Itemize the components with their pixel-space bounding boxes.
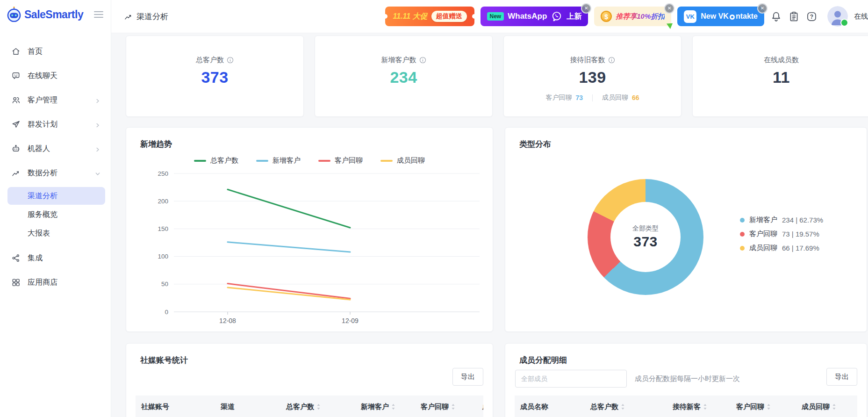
stat-value: 11: [773, 68, 790, 86]
chevron-down-icon: [95, 170, 100, 176]
legend-label: 成员回聊: [397, 156, 425, 165]
legend-item[interactable]: 总客户数: [194, 156, 238, 165]
trend-chart-icon: [124, 12, 133, 21]
vk-prefix: New VK: [701, 12, 729, 21]
chevron-right-icon: [95, 97, 100, 103]
sidebar-item-7[interactable]: 集成: [0, 246, 111, 270]
sidebar-item-label: 首页: [28, 47, 100, 57]
info-icon[interactable]: [227, 57, 234, 64]
promo-banner-discount[interactable]: $ 推荐享10%折扣 ✕: [594, 7, 671, 26]
sidebar-item-1[interactable]: 首页: [0, 39, 111, 64]
sidebar-item-4[interactable]: 群发计划: [0, 112, 111, 137]
logo-text: SaleSmartly: [24, 8, 92, 21]
sidebar-subitem-selected[interactable]: 渠道分析: [7, 187, 105, 205]
type-distribution-title: 类型分布: [519, 139, 853, 150]
column-header[interactable]: 总客户数: [286, 403, 361, 411]
member-filter-input[interactable]: [515, 370, 627, 388]
legend-label: 总客户数: [210, 156, 238, 165]
sidebar-subitem[interactable]: 服务概览: [7, 206, 105, 223]
trend-series-2: [228, 242, 350, 252]
sort-icon[interactable]: [767, 403, 771, 410]
member-table-header: 成员名称总客户数接待新客客户回聊成员回聊: [515, 395, 857, 417]
donut-center-value: 373: [633, 234, 658, 250]
sidebar-item-2[interactable]: 在线聊天: [0, 64, 111, 88]
column-label: 成员回聊: [482, 403, 483, 411]
sidebar-item-6[interactable]: 数据分析: [0, 161, 111, 185]
column-header[interactable]: 客户回聊: [736, 403, 802, 411]
export-button[interactable]: 导出: [826, 368, 857, 386]
notifications-bell-icon[interactable]: [770, 11, 782, 22]
sidebar-item-5[interactable]: 机器人: [0, 137, 111, 161]
legend-item[interactable]: 客户回聊: [318, 156, 363, 165]
sidebar-subitem[interactable]: 大报表: [7, 224, 105, 242]
promo-banner-vkontakte[interactable]: VK New VK ntakte ✕: [677, 7, 764, 26]
arrow-decoration: [667, 21, 674, 29]
column-label: 总客户数: [590, 403, 618, 411]
online-status-label: 在线: [854, 12, 868, 21]
close-icon[interactable]: ✕: [757, 3, 768, 14]
column-header[interactable]: 新增客户: [361, 403, 421, 411]
legend-label: 客户回聊: [335, 156, 363, 165]
close-icon[interactable]: ✕: [664, 3, 674, 14]
trend-chart-legend: 总客户数新增客户客户回聊成员回聊: [140, 156, 479, 165]
trend-line-chart: 25020015010050012-0812-09: [140, 168, 479, 329]
legend-label: 新增客户: [273, 156, 301, 165]
column-header[interactable]: 总客户数: [590, 403, 673, 411]
stat-sub-value: 73: [575, 94, 583, 101]
promo-banner-1111-sale[interactable]: 11.11 大促 超值赠送: [385, 7, 474, 26]
stat-sub-value: 66: [632, 94, 639, 101]
online-status-dot: [840, 19, 848, 27]
legend-dot: [740, 218, 745, 223]
column-header[interactable]: 客户回聊: [421, 403, 482, 411]
sidebar-item-3[interactable]: 客户管理: [0, 88, 111, 112]
sort-icon[interactable]: [451, 403, 455, 410]
legend-label: 成员回聊: [749, 244, 777, 252]
sort-icon[interactable]: [316, 403, 321, 410]
avatar[interactable]: [827, 6, 848, 27]
vk-dot-icon: [730, 14, 735, 20]
legend-dash: [256, 160, 268, 162]
legend-item[interactable]: 新增客户: [256, 156, 301, 165]
column-header[interactable]: 接待新客: [673, 403, 736, 411]
donut-legend-item: 新增客户234 | 62.73%: [740, 216, 823, 224]
clipboard-icon[interactable]: [788, 11, 800, 22]
donut-legend-item: 客户回聊73 | 19.57%: [740, 230, 823, 238]
stat-label: 新增客户数: [381, 56, 426, 65]
divider: [592, 94, 593, 101]
analytics-icon: [11, 168, 21, 178]
send-icon: [11, 120, 21, 129]
column-header[interactable]: 成员回聊: [802, 403, 857, 411]
stat-sub-label: 成员回聊: [602, 93, 628, 102]
sidebar-item-label: 数据分析: [28, 168, 88, 178]
legend-item[interactable]: 成员回聊: [380, 156, 425, 165]
social-table-header: 社媒账号渠道总客户数新增客户客户回聊成员回聊: [136, 395, 483, 417]
discount-text: 推荐享10%折扣: [616, 12, 665, 21]
sidebar-submenu: 渠道分析服务概览大报表: [0, 185, 111, 246]
users-icon: [11, 95, 21, 105]
svg-text:150: 150: [158, 225, 168, 232]
sale-gift-pill: 超值赠送: [431, 11, 467, 22]
close-icon[interactable]: ✕: [581, 3, 591, 14]
whatsapp-icon: [551, 10, 563, 22]
column-label: 成员回聊: [802, 403, 830, 411]
promo-banner-whatsapp[interactable]: New WhatsApp 上新 ✕: [481, 7, 588, 26]
donut-center: 全部类型 373: [610, 202, 681, 272]
sort-icon[interactable]: [621, 403, 625, 410]
export-button[interactable]: 导出: [452, 368, 483, 386]
stat-card-4: 在线成员数11: [692, 36, 868, 117]
donut-center-label: 全部类型: [632, 224, 659, 233]
sidebar-item-8[interactable]: 应用商店: [0, 270, 111, 295]
stat-card-2: 新增客户数234: [315, 36, 493, 117]
info-icon[interactable]: [419, 57, 426, 64]
legend-dash: [318, 160, 330, 162]
info-icon[interactable]: [608, 57, 615, 64]
sort-icon[interactable]: [832, 403, 836, 410]
help-icon[interactable]: ?: [806, 11, 818, 22]
collapse-menu-icon[interactable]: [94, 11, 103, 18]
stat-value: 234: [390, 68, 417, 86]
topbar-right: 11.11 大促 超值赠送 New WhatsApp 上新 ✕ $ 推荐享10%…: [385, 6, 868, 27]
sort-icon[interactable]: [703, 403, 707, 410]
column-header[interactable]: 成员回聊: [482, 403, 483, 411]
sort-icon[interactable]: [391, 403, 395, 410]
stat-sub-row: 客户回聊73成员回聊66: [545, 93, 639, 102]
